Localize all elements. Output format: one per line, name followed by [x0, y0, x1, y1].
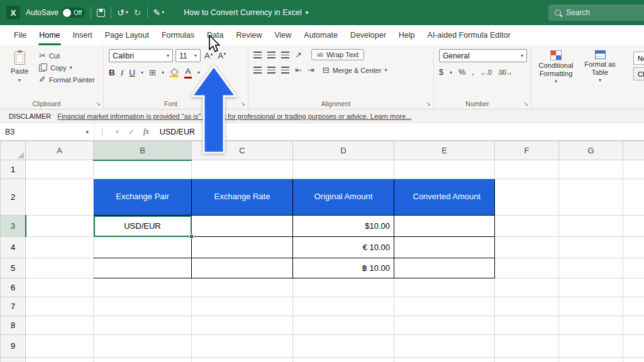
- cell-F6[interactable]: [495, 278, 559, 297]
- autosave-control[interactable]: AutoSave Off: [26, 8, 85, 18]
- conditional-formatting-button[interactable]: Conditional Formatting ▾: [536, 49, 575, 97]
- underline-button[interactable]: U: [129, 68, 135, 77]
- draw-button[interactable]: ✎▾: [153, 8, 165, 17]
- decrease-decimal-button[interactable]: .00→: [497, 69, 512, 76]
- tab-automate[interactable]: Automate: [297, 25, 344, 45]
- row-header-4[interactable]: 4: [1, 237, 26, 258]
- cell-A6[interactable]: [26, 278, 94, 297]
- cell-B3[interactable]: USD/EUR: [94, 216, 192, 237]
- cell-C7[interactable]: [192, 297, 293, 316]
- tab-view[interactable]: View: [268, 25, 297, 45]
- cell-A7[interactable]: [26, 297, 94, 316]
- cell-A8[interactable]: [26, 316, 94, 335]
- formula-bar-value[interactable]: USD/EUR: [153, 123, 195, 140]
- number-dialog-launcher-icon[interactable]: ↘: [523, 101, 528, 107]
- caret-down-icon[interactable]: ▾: [141, 70, 143, 75]
- align-center-icon[interactable]: [267, 67, 275, 74]
- merge-center-button[interactable]: ⊟ Merge & Center ▾: [323, 66, 387, 74]
- col-header-G[interactable]: G: [559, 141, 623, 160]
- name-box[interactable]: B3 ▾: [0, 123, 94, 140]
- redo-button[interactable]: ↻: [134, 8, 142, 17]
- excel-app-icon[interactable]: X: [6, 6, 20, 19]
- cell-B5[interactable]: [94, 258, 192, 278]
- cancel-icon[interactable]: ×: [111, 123, 124, 140]
- copy-button[interactable]: Copy▾: [39, 63, 95, 72]
- cell-E10[interactable]: [394, 358, 495, 362]
- cell-A4[interactable]: [26, 237, 94, 258]
- row-header-9[interactable]: 9: [1, 335, 26, 358]
- col-header-D[interactable]: D: [293, 141, 394, 160]
- col-header-B[interactable]: B: [94, 141, 192, 160]
- cell-D3[interactable]: $10.00: [293, 216, 394, 237]
- fill-color-button[interactable]: [170, 69, 179, 77]
- cell-D8[interactable]: [293, 316, 394, 335]
- percent-style-button[interactable]: %: [458, 68, 465, 77]
- cell-B2[interactable]: Exchange Pair: [94, 179, 192, 216]
- tab-review[interactable]: Review: [230, 25, 268, 45]
- cell-F3[interactable]: [495, 216, 559, 237]
- cell-B6[interactable]: [94, 278, 192, 297]
- cell-G8[interactable]: [559, 316, 623, 335]
- cell-G10[interactable]: [559, 358, 623, 362]
- cell-G2[interactable]: [559, 179, 623, 216]
- tab-insert[interactable]: Insert: [67, 25, 99, 45]
- cell-C6[interactable]: [192, 278, 293, 297]
- cell-E1[interactable]: [394, 160, 495, 179]
- cell-G7[interactable]: [559, 297, 623, 316]
- increase-indent-button[interactable]: ⇥: [308, 66, 314, 74]
- cell-A2[interactable]: [26, 179, 94, 216]
- decrease-indent-button[interactable]: ⇤: [295, 66, 302, 74]
- cell-E9[interactable]: [394, 335, 495, 358]
- row-header-8[interactable]: 8: [1, 316, 26, 335]
- tab-home[interactable]: Home: [33, 25, 66, 45]
- cell-D7[interactable]: [293, 297, 394, 316]
- cell-C2[interactable]: Exchange Rate: [192, 179, 293, 216]
- font-name-combobox[interactable]: Calibri▾: [109, 49, 173, 62]
- cell-B10[interactable]: [94, 358, 192, 362]
- cell-C5[interactable]: [192, 258, 293, 278]
- cell-A5[interactable]: [26, 258, 94, 278]
- cell-G9[interactable]: [559, 335, 623, 358]
- cut-button[interactable]: ✂Cut: [39, 52, 95, 60]
- save-button[interactable]: [97, 9, 105, 17]
- cell-F2[interactable]: [495, 179, 559, 216]
- tab-file[interactable]: File: [8, 25, 33, 45]
- cell-F1[interactable]: [495, 160, 559, 179]
- row-header-3[interactable]: 3: [1, 216, 26, 237]
- row-header-10[interactable]: [1, 358, 26, 362]
- cell-G1[interactable]: [559, 160, 623, 179]
- tab-developer[interactable]: Developer: [344, 25, 392, 45]
- col-header-E[interactable]: E: [394, 141, 495, 160]
- search-box[interactable]: Search: [548, 4, 644, 21]
- row-header-5[interactable]: 5: [1, 258, 26, 278]
- enter-icon[interactable]: ✓: [124, 123, 139, 140]
- cell-B1[interactable]: [94, 160, 192, 179]
- comma-style-button[interactable]: ,: [472, 68, 474, 77]
- tab-formulas[interactable]: Formulas: [155, 25, 201, 45]
- tab-help[interactable]: Help: [392, 25, 421, 45]
- cell-B4[interactable]: [94, 237, 192, 258]
- cell-E8[interactable]: [394, 316, 495, 335]
- style-normal[interactable]: Normal: [633, 52, 644, 65]
- cell-F8[interactable]: [495, 316, 559, 335]
- row-header-7[interactable]: 7: [1, 297, 26, 316]
- borders-button[interactable]: ⊞: [149, 69, 156, 77]
- cell-E2[interactable]: Converted Amount: [394, 179, 495, 216]
- align-right-icon[interactable]: [281, 67, 289, 74]
- cell-G4[interactable]: [559, 237, 623, 258]
- clipboard-dialog-launcher-icon[interactable]: ↘: [96, 101, 101, 107]
- italic-button[interactable]: I: [121, 68, 124, 78]
- align-left-icon[interactable]: [253, 67, 262, 74]
- cell-A3[interactable]: [26, 216, 94, 237]
- caret-down-icon[interactable]: ▾: [162, 70, 164, 75]
- cell-E4[interactable]: [394, 237, 495, 258]
- cell-C9[interactable]: [192, 335, 293, 358]
- cell-D4[interactable]: € 10.00: [293, 237, 394, 258]
- increase-decimal-button[interactable]: ←.0: [480, 69, 492, 76]
- style-check[interactable]: Check: [633, 67, 644, 80]
- col-header-F[interactable]: F: [495, 141, 559, 160]
- fill-handle[interactable]: [189, 234, 194, 239]
- autosave-toggle[interactable]: Off: [62, 8, 85, 18]
- cell-D1[interactable]: [293, 160, 394, 179]
- caret-down-icon[interactable]: ▾: [450, 70, 452, 75]
